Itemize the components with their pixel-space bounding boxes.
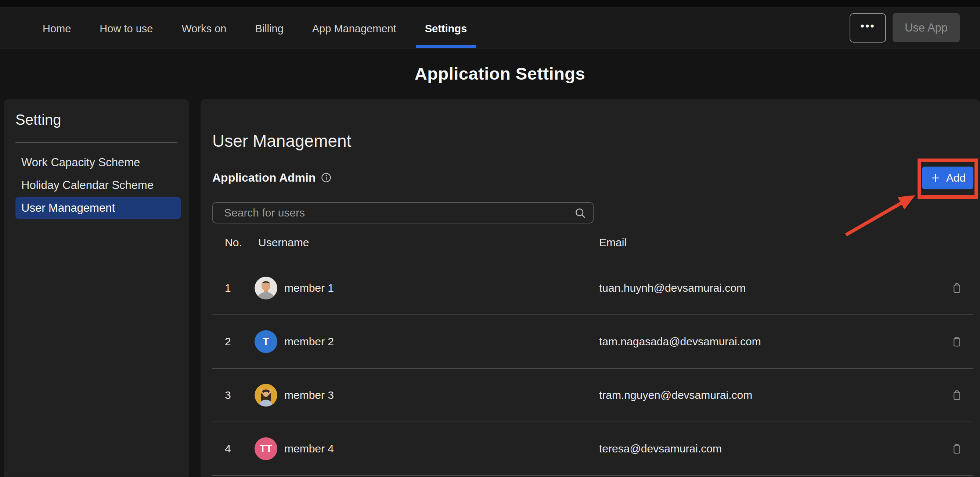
nav-tab-label: Works on <box>181 23 226 35</box>
member-photo-man <box>255 277 277 300</box>
application-admin-label: Application Admin <box>212 171 315 185</box>
trash-icon <box>950 281 964 295</box>
top-navigation: Home How to use Works on Billing App Man… <box>0 7 980 48</box>
user-avatar <box>255 277 277 300</box>
user-management-panel: User Management Application Admin Add <box>200 99 980 477</box>
user-search-box <box>212 202 593 223</box>
more-options-button[interactable]: ••• <box>850 13 886 43</box>
row-number: 3 <box>212 389 255 401</box>
nav-tab-label: Settings <box>425 23 467 35</box>
table-header-row: No. Username Email <box>212 223 974 261</box>
user-avatar <box>255 384 277 407</box>
use-app-button[interactable]: Use App <box>892 13 960 42</box>
app-root: Home How to use Works on Billing App Man… <box>0 0 980 477</box>
column-header-no: No. <box>212 236 255 249</box>
window-top-strip <box>0 0 980 7</box>
nav-tab[interactable]: Works on <box>173 7 235 48</box>
add-user-button[interactable]: Add <box>922 166 974 189</box>
title-row: Application Settings <box>0 48 980 99</box>
nav-tab[interactable]: App Management <box>304 7 405 48</box>
trash-icon <box>950 442 964 455</box>
username-label: member 3 <box>284 389 334 401</box>
email-cell: tam.nagasada@devsamurai.com <box>598 335 940 348</box>
table-row: 3 member 3 tram.nguyen@devsamurai.com <box>212 369 974 422</box>
nav-actions: ••• Use App <box>850 7 980 48</box>
username-label: member 1 <box>284 282 334 294</box>
panel-heading: User Management <box>212 131 980 151</box>
user-avatar: TT <box>255 437 277 460</box>
magnifier-icon[interactable] <box>574 207 587 220</box>
ellipsis-icon: ••• <box>860 20 875 32</box>
delete-user-button[interactable] <box>949 280 965 296</box>
sidebar-item-label: User Management <box>21 201 115 215</box>
column-header-email: Email <box>598 236 940 249</box>
delete-user-button[interactable] <box>949 334 965 350</box>
plus-icon <box>930 172 942 184</box>
username-cell: member 1 <box>255 277 598 300</box>
table-row: 2 T member 2 tam.nagasada@devsamurai.com <box>212 315 974 369</box>
user-avatar: T <box>255 330 277 353</box>
nav-tabs: Home How to use Works on Billing App Man… <box>34 7 476 48</box>
trash-icon <box>950 335 964 348</box>
row-actions-cell <box>940 334 974 350</box>
username-cell: TT member 4 <box>255 437 598 460</box>
nav-tab[interactable]: How to use <box>91 7 162 48</box>
application-admin-row: Application Admin <box>212 171 980 184</box>
username-label: member 4 <box>284 442 334 455</box>
sidebar-divider <box>16 142 177 143</box>
info-circle-icon[interactable] <box>321 172 332 183</box>
annotation-arrow-head <box>898 195 915 209</box>
row-actions-cell <box>940 280 974 296</box>
settings-sidebar: Setting Work Capacity Scheme Holiday Cal… <box>4 99 189 477</box>
sidebar-item[interactable]: Work Capacity Scheme <box>16 152 181 174</box>
nav-tab[interactable]: Billing <box>246 7 292 48</box>
admin-users-table: No. Username Email 1 <box>212 223 974 476</box>
row-number: 2 <box>212 335 255 348</box>
nav-tab[interactable]: Settings <box>416 7 476 48</box>
row-actions-cell <box>940 441 974 457</box>
username-cell: T member 2 <box>255 330 598 353</box>
sidebar-title: Setting <box>16 111 189 128</box>
column-header-username: Username <box>255 236 598 249</box>
row-actions-cell <box>940 387 974 403</box>
search-input[interactable] <box>213 207 593 219</box>
row-number: 1 <box>212 282 255 294</box>
page-title: Application Settings <box>415 63 585 84</box>
nav-tab[interactable]: Home <box>34 7 80 48</box>
row-number: 4 <box>212 442 255 455</box>
table-row: 4 TT member 4 teresa@devsamurai.com <box>212 422 974 476</box>
nav-tab-label: Home <box>43 23 71 35</box>
email-cell: tram.nguyen@devsamurai.com <box>598 389 940 401</box>
add-button-label: Add <box>946 172 966 184</box>
table-row: 1 member 1 tuan.huynh@devsamurai.com <box>212 261 974 315</box>
table-body: 1 member 1 tuan.huynh@devsamurai.com <box>212 261 974 476</box>
email-cell: tuan.huynh@devsamurai.com <box>598 282 940 294</box>
nav-tab-label: App Management <box>312 23 396 35</box>
sidebar-item[interactable]: Holiday Calendar Scheme <box>16 174 181 196</box>
username-cell: member 3 <box>255 384 598 407</box>
email-cell: teresa@devsamurai.com <box>598 442 940 455</box>
sidebar-item-label: Holiday Calendar Scheme <box>21 179 154 192</box>
sidebar-item[interactable]: User Management <box>16 197 181 219</box>
content-area: Setting Work Capacity Scheme Holiday Cal… <box>0 99 980 477</box>
member-photo-woman <box>255 384 277 407</box>
username-label: member 2 <box>284 335 334 348</box>
sidebar-menu: Work Capacity Scheme Holiday Calendar Sc… <box>16 152 181 219</box>
sidebar-item-label: Work Capacity Scheme <box>21 156 140 169</box>
delete-user-button[interactable] <box>949 441 965 457</box>
trash-icon <box>950 388 964 402</box>
nav-tab-label: Billing <box>255 23 283 35</box>
delete-user-button[interactable] <box>949 387 965 403</box>
nav-tab-label: How to use <box>100 23 153 35</box>
